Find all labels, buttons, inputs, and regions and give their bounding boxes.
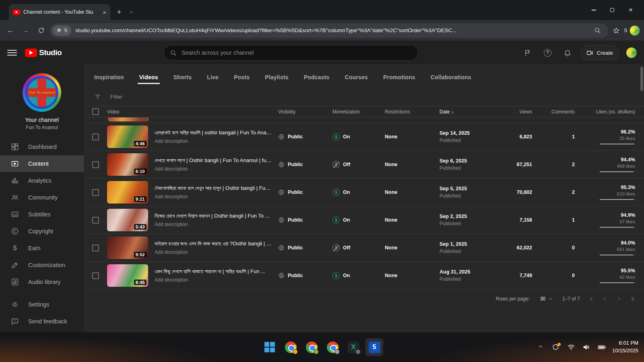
col-likes[interactable]: Likes (vs. dislikes) xyxy=(575,109,635,115)
video-thumbnail[interactable]: 4:46 xyxy=(107,125,148,148)
notifications-bell-icon[interactable] xyxy=(560,45,575,60)
monetization-cell[interactable]: $ Off xyxy=(332,161,385,168)
sidebar-item-send-feedback[interactable]: Send feedback xyxy=(0,313,84,330)
content-scrollbar[interactable] xyxy=(640,67,643,91)
url-text[interactable]: studio.youtube.com/channel/UCOTscMbEQuLL… xyxy=(75,27,588,33)
feedback-flag-icon[interactable] xyxy=(520,45,535,60)
bookmark-star-icon[interactable] xyxy=(611,25,622,36)
first-page-button[interactable] xyxy=(590,297,594,301)
channel-avatar-large[interactable]: Fun To Anamul xyxy=(23,73,61,112)
back-button[interactable]: ← xyxy=(4,24,17,37)
volume-icon[interactable] xyxy=(582,342,591,352)
last-page-button[interactable] xyxy=(630,297,634,301)
video-title[interactable]: এমন কিছু দেখলে হাসি থামাতে পারবেন না | অ… xyxy=(155,268,265,275)
video-thumbnail[interactable]: 5:43 xyxy=(107,209,148,231)
rows-per-page-select[interactable]: 30 xyxy=(540,296,552,302)
sidebar-item-content[interactable]: Content xyxy=(0,155,84,172)
tab-playlists[interactable]: Playlists xyxy=(265,74,289,88)
col-restrictions[interactable]: Restrictions xyxy=(385,109,440,115)
col-visibility[interactable]: Visibility xyxy=(278,109,332,115)
browser-profile-avatar[interactable] xyxy=(630,25,640,36)
toolbar-count[interactable]: 5 xyxy=(624,27,627,33)
next-page-button[interactable] xyxy=(617,298,619,300)
col-date[interactable]: Date ↓ xyxy=(440,109,496,115)
row-checkbox[interactable] xyxy=(92,217,99,224)
row-checkbox[interactable] xyxy=(92,272,99,279)
taskbar-chrome-3[interactable] xyxy=(324,339,341,356)
help-icon[interactable]: ? xyxy=(540,45,555,60)
tab-close-icon[interactable]: × xyxy=(103,9,106,15)
row-checkbox[interactable] xyxy=(92,245,99,251)
site-info-chip[interactable]: 5 xyxy=(52,25,71,36)
battery-icon[interactable] xyxy=(597,342,607,352)
wifi-icon[interactable] xyxy=(566,342,576,352)
table-row[interactable]: 9:52 ভাইরাল হওয়ার জন্য এসব কি কাজ করছে … xyxy=(84,234,644,262)
tab-videos[interactable]: Videos xyxy=(139,74,158,88)
row-checkbox[interactable] xyxy=(92,161,99,168)
new-tab-button[interactable]: + xyxy=(114,6,125,18)
video-title[interactable]: নিজের চোখে দেখলে বিশ্বাস করবেন | Osthir … xyxy=(155,213,272,219)
add-description-link[interactable]: Add description xyxy=(155,222,272,227)
table-row[interactable]: 9:21 টেকনোলজিয়া কাকে বলে দেখুন আর হাসুন… xyxy=(84,179,644,206)
taskbar-chrome-2[interactable] xyxy=(303,339,320,356)
tab-shorts[interactable]: Shorts xyxy=(173,74,192,88)
taskbar-excel[interactable]: X xyxy=(345,339,362,356)
tab-podcasts[interactable]: Podcasts xyxy=(304,74,330,88)
maximize-button[interactable] xyxy=(603,0,621,20)
reload-button[interactable] xyxy=(35,24,47,37)
lens-icon[interactable] xyxy=(592,25,603,36)
filter-bar[interactable] xyxy=(84,88,644,106)
sidebar-item-customization[interactable]: Customization xyxy=(0,257,84,274)
visibility-cell[interactable]: Public xyxy=(278,134,332,140)
taskbar-clock[interactable]: 6:01 PM 10/15/2025 xyxy=(612,339,638,355)
menu-icon[interactable] xyxy=(7,48,17,58)
close-button[interactable]: × xyxy=(621,0,640,20)
channel-avatar-small[interactable] xyxy=(626,47,637,58)
video-thumbnail[interactable]: 6:10 xyxy=(107,153,148,176)
video-title[interactable]: দেখতে কপাল লাগে | Osthir bangli | Fun To… xyxy=(155,157,272,164)
forward-button[interactable]: → xyxy=(19,24,32,37)
col-video[interactable]: Video xyxy=(107,109,278,115)
sidebar-item-analytics[interactable]: Analytics xyxy=(0,172,84,189)
table-row[interactable]: 4:46 এদেরকেই বলে অস্থির বাঙালি | osthir … xyxy=(84,123,644,151)
tab-search-chevron-icon[interactable] xyxy=(126,6,137,18)
video-title[interactable]: টেকনোলজিয়া কাকে বলে দেখুন আর হাসুন | Os… xyxy=(155,185,272,191)
visibility-cell[interactable]: Public xyxy=(278,272,332,279)
table-row[interactable]: 5:43 নিজের চোখে দেখলে বিশ্বাস করবেন | Os… xyxy=(84,206,644,234)
sidebar-item-earn[interactable]: $ Earn xyxy=(0,240,84,257)
sync-icon[interactable] xyxy=(551,342,561,352)
tab-courses[interactable]: Courses xyxy=(345,74,368,88)
col-comments[interactable]: Comments xyxy=(532,109,575,115)
row-checkbox[interactable] xyxy=(92,134,99,140)
video-thumbnail[interactable]: 9:21 xyxy=(107,181,148,204)
sidebar-item-audio-library[interactable]: Audio library xyxy=(0,274,84,290)
filter-input[interactable] xyxy=(110,94,634,100)
add-description-link[interactable]: Add description xyxy=(155,249,272,255)
video-title[interactable]: ভাইরাল হওয়ার জন্য এসব কি কাজ করছে এরা ?… xyxy=(155,241,272,247)
visibility-cell[interactable]: Public xyxy=(278,217,332,223)
previous-page-button[interactable] xyxy=(604,298,607,300)
tab-posts[interactable]: Posts xyxy=(234,74,250,88)
video-title[interactable]: এদেরকেই বলে অস্থির বাঙালি | osthir banga… xyxy=(155,130,272,136)
tab-inspiration[interactable]: Inspiration xyxy=(94,74,124,88)
col-monetization[interactable]: Monetization xyxy=(332,109,385,115)
visibility-cell[interactable]: Public xyxy=(278,161,332,168)
table-row[interactable]: 6:10 দেখতে কপাল লাগে | Osthir bangli | F… xyxy=(84,151,644,179)
taskbar-chrome-1[interactable] xyxy=(282,339,299,356)
add-description-link[interactable]: Add description xyxy=(155,194,272,200)
create-button[interactable]: Create xyxy=(580,45,619,60)
select-all-checkbox[interactable] xyxy=(92,108,99,115)
channel-search-bar[interactable] xyxy=(164,45,418,60)
channel-search-input[interactable] xyxy=(182,49,412,56)
tab-collaborations[interactable]: Collaborations xyxy=(431,74,471,88)
sidebar-item-copyright[interactable]: Copyright xyxy=(0,223,84,240)
start-button[interactable] xyxy=(261,339,278,356)
browser-tab[interactable]: Channel content - YouTube Stu × xyxy=(9,4,110,20)
studio-logo[interactable]: Studio xyxy=(25,48,62,57)
tab-live[interactable]: Live xyxy=(207,74,219,88)
row-checkbox[interactable] xyxy=(92,189,99,196)
sidebar-item-dashboard[interactable]: Dashboard xyxy=(0,138,84,155)
video-thumbnail[interactable]: 9:52 xyxy=(107,237,148,259)
add-description-link[interactable]: Add description xyxy=(155,166,272,172)
monetization-cell[interactable]: $ On xyxy=(332,133,385,140)
